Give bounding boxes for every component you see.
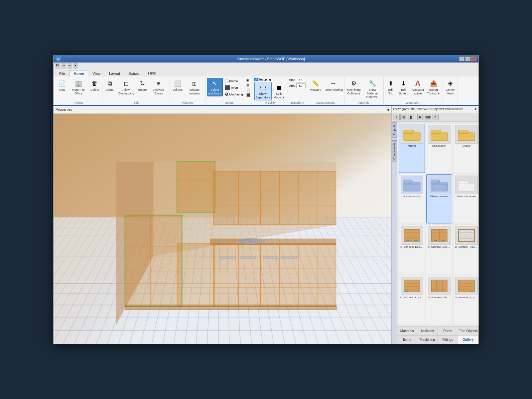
- show-separators-button[interactable]: ⋮⋮ ShowSeparators: [254, 82, 272, 100]
- rotate-button[interactable]: ↻ Rotate: [136, 78, 148, 93]
- qa-save-button[interactable]: 💾: [55, 63, 60, 68]
- side-tab-bar: Projects Components: [392, 122, 397, 344]
- viewport-3d[interactable]: [54, 114, 391, 344]
- rp-grid-button[interactable]: ⊞: [400, 114, 407, 120]
- measure-button[interactable]: 📏 Measure: [309, 78, 323, 93]
- maximize-button[interactable]: □: [465, 57, 470, 61]
- clone-button[interactable]: ⧉ Clone: [104, 78, 116, 93]
- edit-bottom-button[interactable]: ⬇ EditBottom: [398, 78, 410, 96]
- modes-buttons: ↖ Selectand Move ⬚ Frame ⬛ Invert ⚙ Mach…: [207, 78, 251, 100]
- qa-undo-button[interactable]: ↩: [61, 63, 66, 68]
- gallery-item-o-schrank-dop-m[interactable]: O_Schrank_Dop_m...: [399, 225, 425, 274]
- machining-button[interactable]: ⚙ Machining: [223, 91, 244, 97]
- qa-redo-button[interactable]: ↪: [67, 63, 72, 68]
- tab-view[interactable]: View: [88, 70, 105, 76]
- qa-dropdown-button[interactable]: ▼: [73, 63, 78, 68]
- projects-tab[interactable]: Projects: [392, 122, 397, 138]
- gallery-item-unterschraenke[interactable]: Unterschraenke: [454, 174, 478, 223]
- svg-rect-25: [177, 244, 215, 307]
- assistant-tab[interactable]: Assistant: [417, 327, 438, 335]
- materials-tab[interactable]: Materials: [397, 327, 417, 335]
- activate-volumes-button[interactable]: ◫ Activate volumes: [185, 78, 204, 96]
- snapping-input[interactable]: [254, 78, 258, 81]
- fittings-tab[interactable]: Fittings: [438, 335, 458, 344]
- gallery-item-o-schrank-l-b[interactable]: O_Schrank_L_mit_B...: [399, 275, 425, 325]
- dimensioning-button[interactable]: ↔ Dimensioning: [324, 78, 343, 93]
- frame-label: Frame: [229, 79, 238, 83]
- rp-view-grid-button[interactable]: ⊞⊞: [425, 114, 431, 120]
- volume-button[interactable]: ⬜ Volume: [171, 78, 184, 93]
- project-buttons: 📄 New 🏢 Return to Office 🗑 Delete: [56, 78, 101, 100]
- gallery-item-sockel[interactable]: Sockel: [454, 124, 478, 173]
- rp-add-button[interactable]: +: [393, 114, 400, 120]
- machining-collisions-button[interactable]: ⚙ MachiningCollisions: [346, 78, 362, 96]
- assistant-icon: A: [413, 79, 422, 88]
- room-tab[interactable]: Room: [438, 327, 458, 335]
- svg-rect-68: [434, 240, 437, 241]
- svg-rect-10: [210, 239, 336, 244]
- area-input[interactable]: [296, 83, 306, 88]
- free-objects-tab[interactable]: Free Objects: [458, 327, 478, 335]
- transform-content: Step Area: [289, 78, 306, 100]
- edit-top-button[interactable]: ⬆ EditTop: [385, 78, 397, 96]
- gallery-item-hochschraenke[interactable]: Hochschraenke: [399, 174, 425, 223]
- center-view-button[interactable]: ⊕ CenterView: [444, 78, 456, 96]
- ribbon-group-visibility: Snapping ⋮⋮ ShowSeparators ◼ SolidMode ▼…: [253, 77, 288, 105]
- gallery-tab[interactable]: Gallery: [458, 335, 478, 344]
- solid-mode-button[interactable]: ◼ SolidMode ▼: [272, 82, 286, 100]
- o-schrank-offens-label: O_Schrank_Offens...: [428, 296, 451, 299]
- gallery-item-oberschraenke[interactable]: Oberschraenke: [426, 174, 452, 223]
- step-input[interactable]: [296, 78, 305, 82]
- properties-arrow[interactable]: ◀: [387, 108, 389, 111]
- o-schrank-dunst-thumb: [455, 226, 478, 245]
- machining-tab[interactable]: Machining: [417, 335, 438, 344]
- tab-file[interactable]: File: [55, 70, 69, 76]
- components-tab[interactable]: Components: [392, 140, 397, 162]
- gallery-item-o-schrank-dunst[interactable]: O_Schrank_Dunst...: [454, 225, 478, 274]
- return-to-office-button[interactable]: 🏢 Return to Office: [69, 78, 88, 96]
- new-button[interactable]: 📄 New: [56, 78, 68, 93]
- path-expand-button[interactable]: ▼: [474, 107, 477, 111]
- allow-overlapping-button[interactable]: ◱ Allow Overlapping: [116, 78, 136, 96]
- tab-home[interactable]: Home: [69, 70, 88, 77]
- svg-rect-53: [431, 180, 440, 183]
- invert-button[interactable]: ⬛ Invert: [223, 84, 244, 91]
- mode-extra-b[interactable]: ▤: [245, 83, 251, 87]
- gallery-item-schubladen[interactable]: Schubladen: [426, 124, 452, 173]
- view-buttons: ⊕ CenterView: [444, 78, 456, 104]
- hochschraenke-label: Hochschraenke: [403, 195, 421, 198]
- delete-button[interactable]: 🗑 Delete: [89, 78, 101, 93]
- export-tuning-button[interactable]: 📤 ExportTuning ▼: [426, 78, 442, 96]
- rp-sort-button[interactable]: A↓: [417, 114, 424, 120]
- select-and-move-button[interactable]: ↖ Selectand Move: [207, 78, 223, 96]
- minimize-button[interactable]: –: [459, 57, 465, 61]
- svg-rect-90: [470, 291, 473, 292]
- close-button[interactable]: ✕: [471, 57, 476, 61]
- o-schrank-r-b-thumb: [455, 277, 478, 295]
- rp-list-button[interactable]: ≡: [432, 114, 439, 120]
- frame-icon: ⬚: [225, 78, 229, 83]
- toolbar-separator: [416, 114, 416, 120]
- rp-delete-button[interactable]: 🗑: [408, 114, 414, 120]
- gallery-item-kueche[interactable]: Kueche: [399, 124, 425, 173]
- tab-layout[interactable]: Layout: [105, 70, 124, 76]
- mode-extra-c[interactable]: ⬜: [245, 88, 251, 92]
- items-tab[interactable]: Items: [397, 335, 417, 344]
- sockel-thumb: [455, 125, 478, 144]
- mode-extra-a[interactable]: ▣: [245, 78, 251, 82]
- activate-bases-button[interactable]: ⊞ Activate Bases: [149, 78, 168, 96]
- frame-button[interactable]: ⬚ Frame: [223, 78, 244, 84]
- right-panel-toolbar: + ⊞ 🗑 A↓ ⊞⊞ ≡: [392, 113, 478, 122]
- show-material-removal-button[interactable]: 🔧 Show MaterialRemoval: [363, 78, 382, 100]
- gallery-item-o-schrank-offens[interactable]: O_Schrank_Offens...: [426, 275, 452, 325]
- new-label: New: [59, 88, 65, 92]
- tab-info[interactable]: ℹ Info: [143, 70, 160, 76]
- tab-extras[interactable]: Extras: [124, 70, 143, 76]
- ribbon-group-modes: ↖ Selectand Move ⬚ Frame ⬛ Invert ⚙ Mach…: [205, 77, 253, 105]
- snapping-checkbox[interactable]: Snapping: [254, 78, 271, 81]
- mode-extra-d[interactable]: ⬛: [245, 93, 251, 97]
- machining-label: Machining: [229, 93, 243, 96]
- gallery-item-o-schrank-r-b[interactable]: O_Schrank_R_mit_B...: [454, 275, 478, 325]
- gallery-item-o-schrank-dop-o[interactable]: O_Schrank_Dop_o...: [426, 225, 452, 274]
- assistant-button[interactable]: A Assistantactive: [410, 78, 425, 96]
